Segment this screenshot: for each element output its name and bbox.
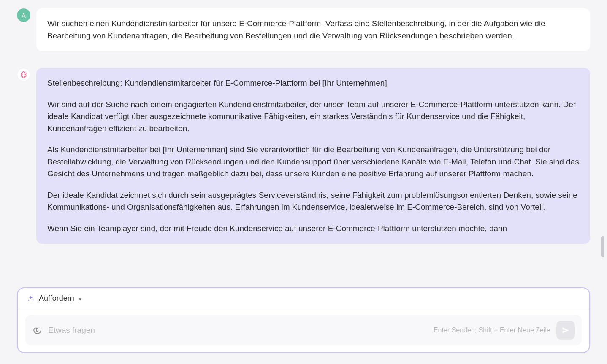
chevron-down-icon: ▼ bbox=[78, 297, 82, 302]
sparkle-icon bbox=[27, 295, 35, 302]
assistant-paragraph: Als Kundendienstmitarbeiter bei [Ihr Unt… bbox=[47, 144, 579, 180]
composer: Auffordern ▼ Enter Senden; Shift + Enter… bbox=[17, 287, 590, 353]
assistant-paragraph: Der ideale Kandidat zeichnet sich durch … bbox=[47, 189, 579, 213]
attachment-icon[interactable] bbox=[32, 325, 42, 335]
send-icon bbox=[561, 326, 570, 334]
message-input[interactable] bbox=[48, 326, 428, 335]
assistant-paragraph: Stellenbeschreibung: Kundendienstmitarbe… bbox=[47, 77, 579, 89]
user-avatar: A bbox=[17, 8, 30, 22]
input-row: Enter Senden; Shift + Enter Neue Zeile bbox=[25, 315, 582, 345]
composer-body: Enter Senden; Shift + Enter Neue Zeile bbox=[18, 309, 589, 352]
scrollbar-thumb[interactable] bbox=[601, 236, 604, 257]
assistant-paragraph: Wenn Sie ein Teamplayer sind, der mit Fr… bbox=[47, 223, 579, 235]
user-message-bubble: Wir suchen einen Kundendienstmitarbeiter… bbox=[36, 8, 590, 51]
assistant-avatar bbox=[17, 68, 30, 81]
mode-selector[interactable]: Auffordern ▼ bbox=[39, 294, 82, 303]
composer-header: Auffordern ▼ bbox=[18, 288, 589, 309]
mode-label-text: Auffordern bbox=[39, 294, 74, 302]
assistant-message-row: Stellenbeschreibung: Kundendienstmitarbe… bbox=[17, 68, 590, 244]
user-message-row: A Wir suchen einen Kundendienstmitarbeit… bbox=[17, 8, 590, 51]
assistant-paragraph: Wir sind auf der Suche nach einem engagi… bbox=[47, 99, 579, 135]
send-button[interactable] bbox=[556, 321, 575, 340]
chat-scroll-area[interactable]: A Wir suchen einen Kundendienstmitarbeit… bbox=[0, 0, 607, 264]
user-message-text: Wir suchen einen Kundendienstmitarbeiter… bbox=[47, 19, 545, 40]
avatar-letter: A bbox=[22, 12, 26, 19]
assistant-message-bubble: Stellenbeschreibung: Kundendienstmitarbe… bbox=[36, 68, 590, 244]
keyboard-hint: Enter Senden; Shift + Enter Neue Zeile bbox=[434, 326, 550, 334]
flower-logo-icon bbox=[19, 70, 28, 79]
